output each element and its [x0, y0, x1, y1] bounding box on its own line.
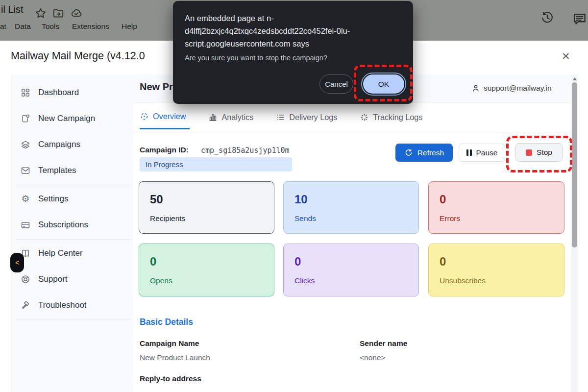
- hammer-icon: [21, 300, 30, 310]
- campaign-name-label: Campaign Name: [140, 339, 199, 348]
- bar-chart-icon: [208, 113, 218, 122]
- tab-bar: Overview Analytics Delivery Logs Trackin…: [140, 112, 426, 129]
- sidebar-item-campaigns[interactable]: Campaigns: [11, 131, 133, 157]
- sidebar-item-label: Troubleshoot: [38, 300, 87, 310]
- stat-label: Unsubscribes: [440, 276, 553, 285]
- menu-extensions[interactable]: Extensions: [72, 22, 109, 31]
- stat-card-clicks: 0 Clicks: [283, 244, 419, 296]
- dialog-origin-text: An embedded page at n-d4lffj2bzxjc4q2txq…: [185, 12, 402, 50]
- stat-label: Opens: [150, 276, 263, 285]
- sidebar-item-label: New Campaign: [38, 114, 95, 123]
- sidebar-item-troubleshoot[interactable]: Troubleshoot: [11, 292, 133, 318]
- sidebar-item-help-center[interactable]: Help Center: [11, 240, 133, 266]
- tab-label: Analytics: [221, 113, 253, 122]
- refresh-button[interactable]: Refresh: [395, 144, 453, 162]
- credit-card-icon: [21, 220, 30, 230]
- account-email-text: support@mailway.in: [484, 84, 552, 93]
- stat-label: Errors: [440, 214, 553, 223]
- reply-to-label: Reply-to address: [140, 374, 201, 383]
- menu-tools[interactable]: Tools: [42, 22, 59, 31]
- cancel-button[interactable]: Cancel: [319, 74, 353, 94]
- stat-value: 50: [150, 192, 263, 207]
- sender-name-value: <none>: [360, 353, 386, 362]
- sidebar-item-label: Dashboard: [38, 88, 79, 98]
- sidebar-item-label: Templates: [38, 166, 76, 175]
- tab-overview[interactable]: Overview: [140, 112, 190, 129]
- sidebar-item-subscriptions[interactable]: Subscriptions: [11, 212, 133, 238]
- stat-card-unsubscribes: 0 Unsubscribes: [428, 244, 564, 296]
- campaign-name-value: New Product Launch: [140, 353, 210, 362]
- stat-card-errors: 0 Errors: [428, 181, 564, 234]
- sidebar-item-dashboard[interactable]: Dashboard: [11, 79, 133, 105]
- stat-card-opens: 0 Opens: [139, 244, 274, 296]
- campaign-id-label: Campaign ID:: [140, 146, 189, 154]
- layers-icon: [21, 140, 30, 149]
- history-icon[interactable]: [540, 11, 553, 24]
- sidebar-item-label: Help Center: [38, 248, 83, 258]
- scan-circle-icon: [140, 112, 149, 121]
- sidebar-item-label: Campaigns: [38, 140, 80, 149]
- tab-label: Delivery Logs: [289, 113, 337, 122]
- lifebuoy-icon: [21, 274, 30, 284]
- stat-card-recipients: 50 Recipients: [139, 181, 274, 234]
- dialog-message: Are you sure you want to stop the campai…: [185, 54, 327, 62]
- new-campaign-icon: [21, 114, 30, 123]
- star-icon[interactable]: [34, 7, 47, 20]
- addon-modal-title: Mailway Mail Merge (v4.12.0: [11, 50, 145, 62]
- move-folder-icon[interactable]: [52, 7, 65, 20]
- basic-details-heading: Basic Details: [140, 317, 193, 327]
- scrollbar-up-arrow[interactable]: [573, 77, 577, 80]
- menu-format-partial[interactable]: at: [0, 22, 6, 31]
- comments-icon[interactable]: [572, 11, 585, 24]
- stat-label: Sends: [294, 214, 408, 223]
- campaign-page-title: New Pr: [140, 81, 173, 93]
- spreadsheet-title: il List: [1, 4, 24, 15]
- sidebar-item-settings[interactable]: ⚙ Settings: [11, 186, 133, 212]
- stop-square-icon: [526, 149, 532, 156]
- campaign-id-value: cmp_sgi85a2usjyp1l0m: [201, 146, 290, 155]
- sidebar-collapse-button[interactable]: <: [10, 253, 24, 272]
- tab-tracking-logs[interactable]: Tracking Logs: [360, 112, 426, 129]
- stop-button[interactable]: Stop: [515, 143, 563, 162]
- sidebar-item-label: Support: [38, 274, 68, 284]
- refresh-icon: [404, 148, 413, 157]
- sidebar-divider: [16, 239, 131, 240]
- sender-name-label: Sender name: [360, 339, 407, 348]
- tab-delivery-logs[interactable]: Delivery Logs: [276, 112, 341, 129]
- ok-button[interactable]: OK: [362, 74, 405, 95]
- menu-data[interactable]: Data: [15, 22, 31, 31]
- stop-label: Stop: [537, 148, 552, 157]
- sidebar-item-label: Settings: [38, 194, 68, 204]
- dashboard-icon: [21, 88, 30, 98]
- stat-value: 10: [294, 192, 408, 207]
- sidebar-divider: [16, 185, 131, 185]
- stat-value: 0: [440, 192, 553, 207]
- list-icon: [276, 113, 285, 122]
- stat-label: Recipients: [150, 214, 263, 223]
- tab-label: Tracking Logs: [373, 113, 422, 122]
- pause-label: Pause: [476, 148, 498, 157]
- stat-value: 0: [294, 254, 408, 270]
- stat-card-sends: 10 Sends: [283, 181, 419, 234]
- tab-label: Overview: [153, 112, 186, 121]
- pause-button[interactable]: Pause: [459, 144, 505, 162]
- mail-icon: [21, 166, 30, 175]
- sidebar-divider: [16, 319, 131, 320]
- account-email: support@mailway.in: [471, 84, 552, 93]
- status-badge: In Progress: [140, 157, 292, 172]
- close-icon[interactable]: ✕: [562, 51, 570, 61]
- cloud-check-icon: [70, 7, 83, 20]
- pause-icon: [466, 149, 472, 156]
- tabs-divider: [133, 132, 571, 132]
- sidebar-item-templates[interactable]: Templates: [11, 157, 133, 183]
- sidebar-item-support[interactable]: Support: [11, 266, 133, 292]
- tab-analytics[interactable]: Analytics: [208, 112, 257, 129]
- stat-label: Clicks: [294, 276, 408, 285]
- stat-value: 0: [440, 254, 553, 270]
- browser-confirm-dialog: An embedded page at n-d4lffj2bzxjc4q2txq…: [173, 1, 413, 104]
- scrollbar-thumb[interactable]: [572, 82, 577, 247]
- spinner-icon: [360, 113, 369, 122]
- sidebar-item-new-campaign[interactable]: New Campaign: [11, 105, 133, 131]
- sidebar: Dashboard New Campaign Campaigns Templat…: [11, 74, 133, 392]
- menu-help[interactable]: Help: [122, 22, 137, 31]
